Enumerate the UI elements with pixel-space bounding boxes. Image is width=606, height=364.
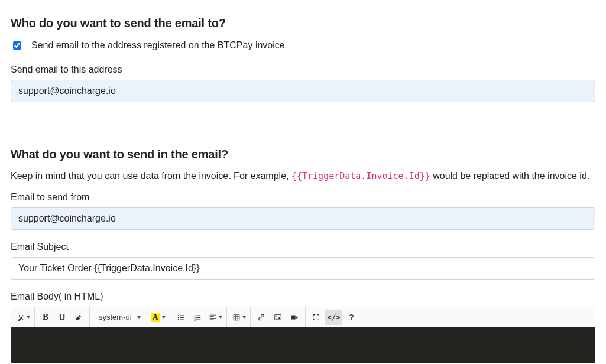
fullscreen-button[interactable] <box>309 310 324 325</box>
help-button[interactable]: ? <box>343 310 359 325</box>
send-to-invoice-label: Send email to the address registered on … <box>31 40 285 51</box>
html-editor: B U system-ui A <box>11 307 595 363</box>
fullscreen-icon <box>312 313 320 321</box>
recipient-heading: Who do you want to send the email to? <box>11 17 595 30</box>
unordered-list-button[interactable] <box>173 310 189 325</box>
chevron-down-icon <box>137 316 141 318</box>
ordered-list-button[interactable] <box>190 310 205 325</box>
magic-wand-icon <box>17 313 25 321</box>
underline-button[interactable]: U <box>54 310 70 325</box>
editor-toolbar: B U system-ui A <box>11 307 595 327</box>
underline-icon: U <box>59 313 65 322</box>
video-button[interactable] <box>287 310 302 325</box>
from-input[interactable] <box>11 207 595 230</box>
hint-suffix: would be replaced with the invoice id. <box>430 171 590 181</box>
code-view-button[interactable]: </> <box>325 310 343 325</box>
font-name-value: system-ui <box>95 313 135 321</box>
email-recipient-section: Who do you want to send the email to? Se… <box>0 0 606 127</box>
template-hint: Keep in mind that you can use data from … <box>11 171 595 181</box>
code-icon: </> <box>328 313 341 321</box>
eraser-icon <box>74 313 83 321</box>
chevron-down-icon <box>242 316 246 318</box>
font-color-icon: A <box>151 313 160 322</box>
from-label: Email to send from <box>11 192 595 203</box>
email-content-section: What do you want to send in the email? K… <box>0 131 606 364</box>
list-ol-icon <box>193 313 202 321</box>
table-button[interactable] <box>230 310 247 325</box>
style-button[interactable] <box>14 310 31 325</box>
content-heading: What do you want to send in the email? <box>11 148 595 161</box>
subject-input[interactable] <box>11 257 595 280</box>
chevron-down-icon <box>219 316 222 318</box>
align-left-icon <box>209 313 217 321</box>
body-label: Email Body( in HTML) <box>11 291 595 302</box>
send-to-address-label: Send email to this address <box>11 64 595 75</box>
svg-rect-2 <box>291 315 296 319</box>
bold-icon: B <box>43 312 48 322</box>
send-to-invoice-row: Send email to the address registered on … <box>11 40 595 51</box>
svg-point-1 <box>276 316 277 317</box>
table-icon <box>232 313 241 321</box>
paragraph-align-button[interactable] <box>206 310 223 325</box>
hint-code: {{TriggerData.Invoice.Id}} <box>291 171 430 181</box>
hint-prefix: Keep in mind that you can use data from … <box>11 171 291 181</box>
video-icon <box>290 313 299 321</box>
subject-label: Email Subject <box>11 242 595 252</box>
image-icon <box>274 313 282 321</box>
link-button[interactable] <box>254 310 269 325</box>
clear-format-button[interactable] <box>71 310 86 325</box>
font-name-button[interactable]: system-ui <box>93 310 142 325</box>
send-to-address-input[interactable] <box>11 80 595 102</box>
bold-button[interactable]: B <box>38 310 53 325</box>
help-icon: ? <box>349 312 354 322</box>
send-to-invoice-checkbox[interactable] <box>13 41 21 50</box>
editor-body[interactable] <box>11 327 595 363</box>
chevron-down-icon <box>27 316 30 318</box>
list-ul-icon <box>177 313 185 321</box>
link-icon <box>257 313 265 321</box>
chevron-down-icon <box>162 316 166 318</box>
image-button[interactable] <box>270 310 286 325</box>
font-color-button[interactable]: A <box>148 310 167 325</box>
